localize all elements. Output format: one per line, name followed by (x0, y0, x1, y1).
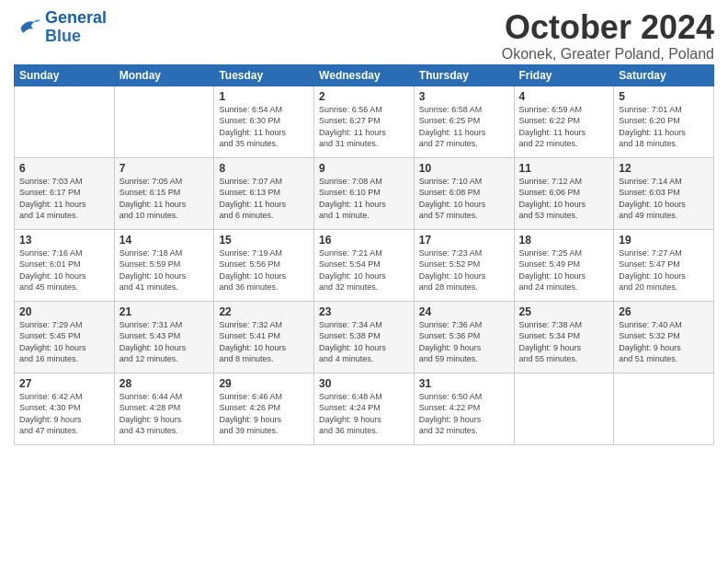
calendar-cell: 14Sunrise: 7:18 AM Sunset: 5:59 PM Dayli… (114, 229, 214, 301)
day-number: 2 (319, 90, 409, 103)
logo-line1: General (45, 9, 107, 28)
day-number: 29 (219, 377, 309, 390)
calendar-cell: 3Sunrise: 6:58 AM Sunset: 6:25 PM Daylig… (414, 86, 514, 157)
location-title: Okonek, Greater Poland, Poland (502, 46, 714, 63)
day-header-friday: Friday (514, 64, 614, 86)
day-info: Sunrise: 7:18 AM Sunset: 5:59 PM Dayligh… (119, 247, 210, 293)
header-row: General Blue October 2024 Okonek, Greate… (14, 9, 714, 63)
day-number: 22 (219, 305, 309, 318)
logo-line2: Blue (45, 28, 107, 46)
week-row-2: 13Sunrise: 7:16 AM Sunset: 6:01 PM Dayli… (15, 229, 714, 301)
calendar-cell: 4Sunrise: 6:59 AM Sunset: 6:22 PM Daylig… (514, 86, 614, 157)
day-info: Sunrise: 7:14 AM Sunset: 6:03 PM Dayligh… (619, 176, 709, 222)
day-info: Sunrise: 6:42 AM Sunset: 4:30 PM Dayligh… (19, 391, 109, 437)
calendar-cell: 24Sunrise: 7:36 AM Sunset: 5:36 PM Dayli… (414, 301, 514, 373)
day-info: Sunrise: 7:38 AM Sunset: 5:34 PM Dayligh… (519, 319, 609, 365)
day-number: 15 (219, 234, 309, 247)
calendar-cell: 20Sunrise: 7:29 AM Sunset: 5:45 PM Dayli… (15, 301, 115, 373)
day-info: Sunrise: 7:23 AM Sunset: 5:52 PM Dayligh… (419, 247, 509, 293)
day-header-sunday: Sunday (15, 64, 115, 86)
day-number: 24 (419, 305, 509, 318)
day-info: Sunrise: 7:21 AM Sunset: 5:54 PM Dayligh… (319, 247, 409, 293)
day-number: 6 (19, 162, 109, 175)
day-number: 1 (219, 90, 309, 103)
day-info: Sunrise: 7:34 AM Sunset: 5:38 PM Dayligh… (319, 319, 409, 365)
day-info: Sunrise: 6:58 AM Sunset: 6:25 PM Dayligh… (419, 104, 509, 150)
day-info: Sunrise: 7:05 AM Sunset: 6:15 PM Dayligh… (119, 176, 210, 222)
day-info: Sunrise: 7:08 AM Sunset: 6:10 PM Dayligh… (319, 176, 409, 222)
calendar-cell: 13Sunrise: 7:16 AM Sunset: 6:01 PM Dayli… (15, 229, 115, 301)
day-number: 10 (419, 162, 509, 175)
calendar-cell: 11Sunrise: 7:12 AM Sunset: 6:06 PM Dayli… (514, 157, 614, 229)
day-info: Sunrise: 6:56 AM Sunset: 6:27 PM Dayligh… (319, 104, 409, 150)
day-number: 12 (619, 162, 709, 175)
day-info: Sunrise: 7:32 AM Sunset: 5:41 PM Dayligh… (219, 319, 309, 365)
day-info: Sunrise: 6:50 AM Sunset: 4:22 PM Dayligh… (419, 391, 509, 437)
day-info: Sunrise: 7:16 AM Sunset: 6:01 PM Dayligh… (19, 247, 109, 293)
day-number: 30 (319, 377, 409, 390)
day-number: 27 (19, 377, 109, 390)
calendar-table: SundayMondayTuesdayWednesdayThursdayFrid… (14, 64, 714, 445)
day-number: 23 (319, 305, 409, 318)
day-number: 31 (419, 377, 509, 390)
calendar-cell: 8Sunrise: 7:07 AM Sunset: 6:13 PM Daylig… (214, 157, 314, 229)
week-row-1: 6Sunrise: 7:03 AM Sunset: 6:17 PM Daylig… (15, 157, 714, 229)
day-number: 18 (519, 234, 609, 247)
calendar-cell: 9Sunrise: 7:08 AM Sunset: 6:10 PM Daylig… (314, 157, 415, 229)
calendar-cell: 21Sunrise: 7:31 AM Sunset: 5:43 PM Dayli… (114, 301, 214, 373)
logo-icon (14, 14, 41, 41)
day-info: Sunrise: 6:54 AM Sunset: 6:30 PM Dayligh… (219, 104, 309, 150)
day-info: Sunrise: 7:03 AM Sunset: 6:17 PM Dayligh… (19, 176, 109, 222)
day-header-monday: Monday (114, 64, 214, 86)
day-number: 9 (319, 162, 409, 175)
day-number: 11 (519, 162, 609, 175)
calendar-cell: 29Sunrise: 6:46 AM Sunset: 4:26 PM Dayli… (214, 373, 314, 444)
header-row-days: SundayMondayTuesdayWednesdayThursdayFrid… (15, 64, 714, 86)
day-info: Sunrise: 6:46 AM Sunset: 4:26 PM Dayligh… (219, 391, 309, 437)
day-number: 17 (419, 234, 509, 247)
calendar-cell: 10Sunrise: 7:10 AM Sunset: 6:08 PM Dayli… (414, 157, 514, 229)
week-row-4: 27Sunrise: 6:42 AM Sunset: 4:30 PM Dayli… (15, 373, 714, 444)
calendar-cell: 7Sunrise: 7:05 AM Sunset: 6:15 PM Daylig… (114, 157, 214, 229)
day-info: Sunrise: 7:25 AM Sunset: 5:49 PM Dayligh… (519, 247, 609, 293)
calendar-cell: 1Sunrise: 6:54 AM Sunset: 6:30 PM Daylig… (214, 86, 314, 157)
calendar-cell: 2Sunrise: 6:56 AM Sunset: 6:27 PM Daylig… (314, 86, 415, 157)
day-info: Sunrise: 7:40 AM Sunset: 5:32 PM Dayligh… (619, 319, 709, 365)
calendar-cell: 22Sunrise: 7:32 AM Sunset: 5:41 PM Dayli… (214, 301, 314, 373)
day-number: 8 (219, 162, 309, 175)
day-header-saturday: Saturday (614, 64, 714, 86)
calendar-cell: 23Sunrise: 7:34 AM Sunset: 5:38 PM Dayli… (314, 301, 415, 373)
calendar-cell: 19Sunrise: 7:27 AM Sunset: 5:47 PM Dayli… (614, 229, 714, 301)
calendar-cell: 30Sunrise: 6:48 AM Sunset: 4:24 PM Dayli… (314, 373, 415, 444)
day-info: Sunrise: 7:12 AM Sunset: 6:06 PM Dayligh… (519, 176, 609, 222)
month-title: October 2024 (502, 9, 714, 46)
calendar-cell: 18Sunrise: 7:25 AM Sunset: 5:49 PM Dayli… (514, 229, 614, 301)
calendar-cell (514, 373, 614, 444)
calendar-cell: 6Sunrise: 7:03 AM Sunset: 6:17 PM Daylig… (15, 157, 115, 229)
day-info: Sunrise: 7:29 AM Sunset: 5:45 PM Dayligh… (19, 319, 109, 365)
calendar-cell: 5Sunrise: 7:01 AM Sunset: 6:20 PM Daylig… (614, 86, 714, 157)
calendar-cell: 27Sunrise: 6:42 AM Sunset: 4:30 PM Dayli… (15, 373, 115, 444)
title-block: October 2024 Okonek, Greater Poland, Pol… (502, 9, 714, 63)
day-number: 5 (619, 90, 709, 103)
calendar-cell: 25Sunrise: 7:38 AM Sunset: 5:34 PM Dayli… (514, 301, 614, 373)
day-number: 3 (419, 90, 509, 103)
day-info: Sunrise: 7:01 AM Sunset: 6:20 PM Dayligh… (619, 104, 709, 150)
day-number: 26 (619, 305, 709, 318)
day-number: 19 (619, 234, 709, 247)
calendar-cell (114, 86, 214, 157)
day-info: Sunrise: 6:59 AM Sunset: 6:22 PM Dayligh… (519, 104, 609, 150)
day-number: 13 (19, 234, 109, 247)
week-row-0: 1Sunrise: 6:54 AM Sunset: 6:30 PM Daylig… (15, 86, 714, 157)
day-info: Sunrise: 6:48 AM Sunset: 4:24 PM Dayligh… (319, 391, 409, 437)
day-number: 4 (519, 90, 609, 103)
calendar-cell: 12Sunrise: 7:14 AM Sunset: 6:03 PM Dayli… (614, 157, 714, 229)
calendar-cell: 26Sunrise: 7:40 AM Sunset: 5:32 PM Dayli… (614, 301, 714, 373)
day-number: 25 (519, 305, 609, 318)
week-row-3: 20Sunrise: 7:29 AM Sunset: 5:45 PM Dayli… (15, 301, 714, 373)
day-header-thursday: Thursday (414, 64, 514, 86)
day-info: Sunrise: 7:36 AM Sunset: 5:36 PM Dayligh… (419, 319, 509, 365)
calendar-cell (614, 373, 714, 444)
calendar-cell (15, 86, 115, 157)
day-info: Sunrise: 7:10 AM Sunset: 6:08 PM Dayligh… (419, 176, 509, 222)
